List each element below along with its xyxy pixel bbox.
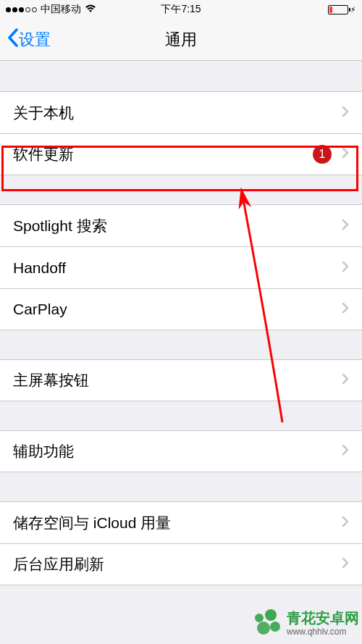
- row-label: 储存空间与 iCloud 用量: [13, 513, 342, 533]
- settings-section: 储存空间与 iCloud 用量 后台应用刷新: [0, 501, 362, 585]
- watermark-logo-icon: [252, 608, 282, 638]
- wifi-icon: [85, 4, 96, 15]
- settings-section: 关于本机 软件更新 1: [0, 91, 362, 175]
- chevron-right-icon: [342, 516, 349, 530]
- chevron-right-icon: [342, 444, 349, 459]
- svg-point-0: [255, 614, 264, 622]
- notification-badge: 1: [313, 145, 332, 164]
- row-label: 辅助功能: [13, 441, 342, 461]
- row-software-update[interactable]: 软件更新 1: [0, 133, 362, 175]
- chevron-right-icon: [342, 557, 349, 572]
- row-label: 关于本机: [13, 103, 342, 123]
- row-handoff[interactable]: Handoff: [0, 246, 362, 288]
- status-bar: 中国移动 下午7:15 ⚡︎: [0, 0, 362, 19]
- back-label: 设置: [19, 29, 51, 51]
- svg-point-1: [265, 609, 277, 621]
- svg-point-2: [257, 622, 270, 635]
- page-title: 通用: [165, 29, 197, 51]
- row-spotlight[interactable]: Spotlight 搜索: [0, 204, 362, 246]
- status-right: ⚡︎: [328, 5, 356, 14]
- chevron-right-icon: [342, 302, 349, 317]
- row-accessibility[interactable]: 辅助功能: [0, 430, 362, 472]
- row-storage-icloud[interactable]: 储存空间与 iCloud 用量: [0, 501, 362, 543]
- chevron-right-icon: [342, 106, 349, 120]
- row-carplay[interactable]: CarPlay: [0, 288, 362, 330]
- carrier-label: 中国移动: [41, 3, 81, 16]
- charging-icon: ⚡︎: [350, 5, 356, 14]
- chevron-right-icon: [342, 261, 349, 275]
- settings-section: 辅助功能: [0, 430, 362, 472]
- chevron-right-icon: [342, 147, 349, 162]
- row-about[interactable]: 关于本机: [0, 91, 362, 133]
- watermark: 青花安卓网 www.qhhlv.com: [252, 608, 359, 638]
- chevron-left-icon: [7, 28, 19, 51]
- watermark-text: 青花安卓网 www.qhhlv.com: [287, 609, 359, 637]
- watermark-url: www.qhhlv.com: [287, 627, 359, 637]
- status-time: 下午7:15: [161, 3, 201, 16]
- status-left: 中国移动: [6, 3, 96, 16]
- signal-strength-icon: [6, 7, 37, 12]
- watermark-title: 青花安卓网: [287, 609, 359, 627]
- settings-section: 主屏幕按钮: [0, 359, 362, 401]
- battery-icon: [328, 5, 348, 14]
- row-label: 主屏幕按钮: [13, 370, 342, 390]
- row-background-refresh[interactable]: 后台应用刷新: [0, 543, 362, 585]
- row-label: Handoff: [13, 259, 342, 277]
- back-button[interactable]: 设置: [7, 28, 51, 51]
- svg-point-3: [270, 622, 280, 632]
- row-home-button[interactable]: 主屏幕按钮: [0, 359, 362, 401]
- chevron-right-icon: [342, 373, 349, 388]
- row-label: 后台应用刷新: [13, 554, 342, 574]
- row-label: 软件更新: [13, 144, 313, 164]
- chevron-right-icon: [342, 219, 349, 233]
- row-label: Spotlight 搜索: [13, 216, 342, 236]
- settings-section: Spotlight 搜索 Handoff CarPlay: [0, 204, 362, 330]
- row-label: CarPlay: [13, 301, 342, 318]
- nav-bar: 设置 通用: [0, 19, 362, 61]
